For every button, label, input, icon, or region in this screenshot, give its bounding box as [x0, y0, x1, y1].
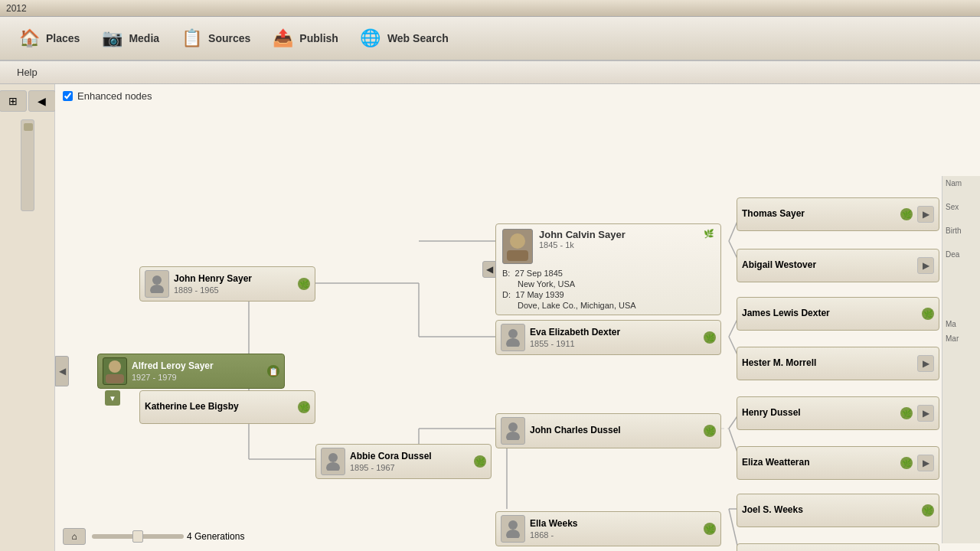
- zoom-slider[interactable]: [21, 119, 34, 211]
- toolbar-media[interactable]: 📷 Media: [90, 21, 167, 55]
- person-node-abigail[interactable]: Abigail Westover ▶: [737, 249, 939, 282]
- person-node-eva[interactable]: Eva Elizabeth Dexter 1855 - 1911 🌿: [495, 320, 721, 355]
- panel-name-label: Nam: [946, 179, 977, 187]
- right-info-panel: Nam Sex Birth Dea Ma Mar: [942, 176, 980, 543]
- john-charles-name: John Charles Dussel: [530, 425, 699, 437]
- henry-name: Henry Dussel: [742, 407, 896, 419]
- alfred-avatar: [103, 357, 127, 385]
- panel-death-label: Dea: [946, 250, 977, 259]
- eva-leaf: 🌿: [704, 331, 716, 344]
- svg-point-27: [508, 329, 518, 338]
- toolbar-publish[interactable]: 📤 Publish: [261, 21, 346, 55]
- menu-help[interactable]: Help: [8, 64, 47, 81]
- james-leaf: 🌿: [922, 308, 934, 320]
- john-calvin-tooltip[interactable]: ◀ John Calvin Sayer 1845 - 1k 🌿 B: 27 Se…: [495, 223, 721, 315]
- panel-marriage-label: Ma: [946, 320, 977, 328]
- toolbar-places[interactable]: 🏠 Places: [8, 21, 87, 55]
- person-node-rebecca[interactable]: Rebecca Sherman 🌿: [737, 543, 939, 551]
- ella-name: Ella Weeks: [530, 518, 699, 530]
- grid-view-btn[interactable]: ⊞: [0, 90, 27, 112]
- nav-left-btn[interactable]: ◀: [28, 90, 56, 112]
- john-charles-leaf: 🌿: [704, 425, 716, 437]
- tree-canvas: Enhanced nodes: [55, 84, 980, 551]
- abigail-name: Abigail Westover: [742, 259, 913, 272]
- svg-point-29: [508, 422, 518, 432]
- john-calvin-birth-label: B: 27 Sep 1845: [502, 269, 714, 278]
- eva-avatar: [501, 324, 525, 351]
- john-calvin-back-arrow[interactable]: ◀: [482, 261, 496, 278]
- henry-expand-btn[interactable]: ▶: [917, 405, 934, 422]
- title-text: 2012: [6, 3, 27, 14]
- toolbar-websearch[interactable]: 🌐 Web Search: [349, 21, 456, 55]
- person-node-abbie[interactable]: Abbie Cora Dussel 1895 - 1967 🌿: [315, 444, 492, 479]
- person-node-joel[interactable]: Joel S. Weeks 🌿: [737, 494, 939, 527]
- gen-home-btn[interactable]: ⌂: [63, 528, 86, 545]
- ella-leaf: 🌿: [704, 523, 716, 535]
- person-node-hester[interactable]: Hester M. Morrell ▶: [737, 347, 939, 380]
- eva-name: Eva Elizabeth Dexter: [530, 327, 699, 339]
- svg-point-23: [328, 453, 338, 462]
- eva-dates: 1855 - 1911: [530, 339, 699, 348]
- ella-avatar: [501, 515, 525, 543]
- websearch-icon: 🌐: [357, 24, 384, 52]
- eliza-name: Eliza Weatteran: [742, 457, 896, 469]
- scroll-left-btn[interactable]: ◀: [55, 356, 69, 386]
- person-node-john-henry[interactable]: John Henry Sayer 1889 - 1965 🌿: [139, 266, 315, 302]
- gen-slider-thumb[interactable]: [132, 530, 143, 543]
- abbie-dates: 1895 - 1967: [350, 463, 469, 472]
- abbie-avatar: [321, 448, 345, 475]
- person-node-thomas[interactable]: Thomas Sayer 🌿 ▶: [737, 197, 939, 231]
- svg-point-24: [326, 462, 340, 471]
- hester-expand-btn[interactable]: ▶: [917, 355, 934, 372]
- henry-leaf: 🌿: [900, 407, 913, 419]
- alfred-dates: 1927 - 1979: [132, 373, 263, 382]
- svg-rect-26: [507, 250, 528, 261]
- gen-slider-ctrl: 4 Generations: [92, 531, 244, 542]
- abigail-expand-btn[interactable]: ▶: [917, 257, 934, 274]
- james-name: James Lewis Dexter: [742, 308, 917, 320]
- generation-slider-area: ⌂ 4 Generations: [63, 528, 244, 545]
- sources-icon: 📋: [178, 24, 205, 52]
- enhanced-nodes-bar: Enhanced nodes: [63, 90, 152, 102]
- hester-name: Hester M. Morrell: [742, 357, 913, 370]
- svg-point-21: [109, 360, 121, 373]
- john-calvin-death-label: D: 17 May 1939: [502, 290, 714, 299]
- john-calvin-dates: 1845 - 1k: [539, 240, 626, 249]
- katherine-name: Katherine Lee Bigsby: [145, 401, 293, 413]
- john-henry-leaf: 🌿: [298, 278, 310, 290]
- alfred-dropdown-btn[interactable]: ▼: [105, 390, 120, 406]
- john-calvin-leaf: 🌿: [704, 229, 714, 239]
- svg-point-19: [152, 276, 162, 285]
- abbie-leaf: 🌿: [474, 455, 486, 468]
- thomas-name: Thomas Sayer: [742, 208, 896, 220]
- svg-point-31: [508, 520, 518, 530]
- eliza-expand-btn[interactable]: ▶: [917, 455, 934, 471]
- eliza-leaf: 🌿: [900, 457, 913, 469]
- person-node-henry[interactable]: Henry Dussel 🌿 ▶: [737, 396, 939, 430]
- enhanced-nodes-checkbox[interactable]: [63, 91, 73, 101]
- menubar: Help: [0, 61, 980, 84]
- svg-point-30: [506, 432, 520, 440]
- person-node-katherine[interactable]: Katherine Lee Bigsby 🌿: [139, 390, 315, 424]
- main-area: ⊞ ◀ Enhanced nodes: [0, 84, 980, 551]
- alfred-name: Alfred Leroy Sayer: [132, 360, 263, 373]
- publish-icon: 📤: [269, 24, 296, 52]
- toolbar: 🏠 Places 📷 Media 📋 Sources 📤 Publish 🌐 W…: [0, 17, 980, 61]
- left-sidebar: ⊞ ◀: [0, 84, 55, 551]
- media-icon: 📷: [98, 24, 126, 52]
- john-henry-name: John Henry Sayer: [174, 273, 293, 285]
- person-node-eliza[interactable]: Eliza Weatteran 🌿 ▶: [737, 446, 939, 480]
- panel-marriage2-label: Mar: [946, 334, 977, 343]
- person-node-alfred[interactable]: Alfred Leroy Sayer 1927 - 1979 📋: [97, 354, 285, 389]
- person-node-john-charles[interactable]: John Charles Dussel 🌿: [495, 413, 721, 448]
- person-node-james[interactable]: James Lewis Dexter 🌿: [737, 297, 939, 331]
- person-node-ella[interactable]: Ella Weeks 1868 - 🌿: [495, 511, 721, 546]
- panel-birth-label: Birth: [946, 227, 977, 235]
- title-bar: 2012: [0, 0, 980, 17]
- alfred-leaf: 📋: [267, 365, 279, 377]
- toolbar-sources[interactable]: 📋 Sources: [170, 21, 258, 55]
- john-calvin-birth-place: New York, USA: [502, 279, 714, 289]
- joel-leaf: 🌿: [922, 504, 934, 517]
- thomas-expand-btn[interactable]: ▶: [917, 206, 934, 223]
- panel-sex-label: Sex: [946, 203, 977, 211]
